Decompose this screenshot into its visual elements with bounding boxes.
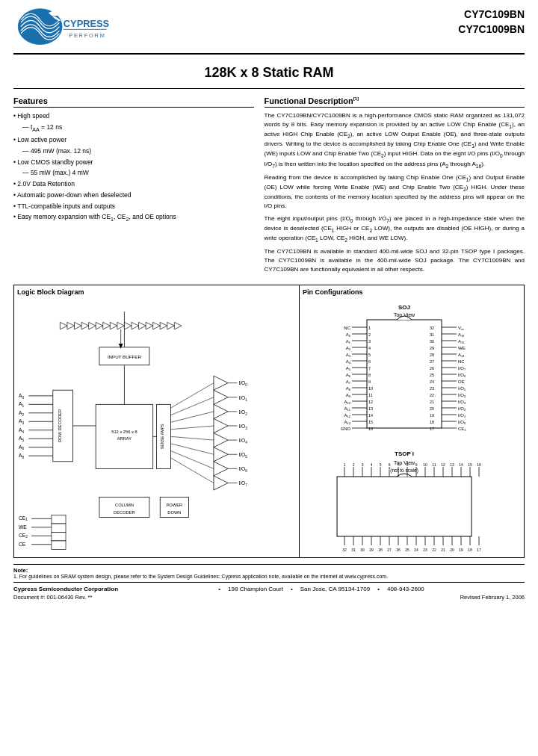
svg-text:A5: A5 — [346, 366, 351, 371]
tsop-note: (not to scale) — [390, 468, 418, 474]
svg-text:32: 32 — [342, 548, 347, 552]
svg-text:21: 21 — [441, 548, 445, 552]
svg-text:15: 15 — [468, 462, 472, 467]
svg-text:32: 32 — [430, 326, 434, 330]
part-number-1: CY7C109BN — [458, 7, 525, 22]
svg-text:A0: A0 — [19, 393, 24, 400]
svg-text:OE: OE — [458, 379, 465, 384]
svg-text:A8: A8 — [346, 386, 351, 391]
svg-text:16: 16 — [477, 462, 481, 467]
svg-text:9: 9 — [368, 379, 371, 384]
part-number-2: CY7C1009BN — [458, 22, 525, 37]
svg-marker-99 — [174, 323, 182, 330]
note-text: 1. For guidelines on SRAM system design,… — [13, 574, 525, 579]
svg-marker-40 — [214, 447, 228, 462]
svg-text:6: 6 — [389, 462, 391, 467]
svg-rect-20 — [53, 390, 73, 462]
svg-text:9: 9 — [415, 462, 418, 467]
svg-text:5: 5 — [380, 462, 382, 467]
svg-text:26: 26 — [430, 366, 434, 371]
svg-text:WE: WE — [458, 346, 466, 350]
svg-text:14: 14 — [368, 413, 373, 418]
svg-text:12: 12 — [368, 400, 373, 404]
svg-text:A13: A13 — [344, 420, 350, 425]
feature-powerdown: Automatic power-down when deselected — [13, 190, 254, 200]
svg-text:SENSE AMPS: SENSE AMPS — [160, 424, 164, 449]
svg-text:I/O1: I/O1 — [238, 395, 247, 402]
svg-text:2: 2 — [353, 462, 355, 467]
svg-text:INPUT BUFFER: INPUT BUFFER — [108, 354, 142, 359]
svg-text:29: 29 — [369, 548, 374, 552]
features-title: Features — [13, 96, 254, 108]
svg-line-58 — [171, 458, 214, 483]
note-label: Note: — [13, 567, 525, 574]
feature-taa: tAA = 12 ns — [13, 123, 254, 134]
main-content: Features High speed tAA = 12 ns Low acti… — [13, 96, 525, 277]
svg-text:13: 13 — [450, 462, 454, 467]
svg-text:A16: A16 — [458, 332, 465, 338]
svg-text:NC: NC — [344, 326, 350, 330]
footer-company: Cypress Semiconductor Corporation — [13, 586, 118, 592]
functional-section: Functional Description[1] The CY7C109BN/… — [265, 96, 525, 277]
logo-area: CYPRESS PERFORM — [13, 7, 111, 49]
svg-marker-89 — [103, 323, 111, 330]
svg-marker-85 — [74, 323, 81, 330]
svg-text:4: 4 — [371, 462, 373, 467]
note-section: Note: 1. For guidelines on SRAM system d… — [13, 564, 525, 579]
svg-text:I/O1: I/O1 — [458, 413, 466, 418]
svg-text:16: 16 — [368, 427, 373, 431]
feature-ttl: TTL-compatible inputs and outputs — [13, 202, 254, 211]
svg-text:17: 17 — [477, 548, 481, 552]
svg-text:30: 30 — [360, 548, 365, 552]
svg-text:2: 2 — [368, 332, 371, 337]
svg-text:15: 15 — [368, 420, 373, 424]
svg-text:18: 18 — [430, 420, 434, 424]
svg-marker-98 — [167, 323, 175, 330]
svg-marker-96 — [153, 323, 161, 330]
svg-text:27: 27 — [387, 548, 392, 552]
svg-text:19: 19 — [459, 548, 463, 552]
svg-text:A8: A8 — [19, 453, 24, 459]
logic-block-title: Logic Block Diagram — [17, 288, 296, 296]
svg-line-55 — [171, 437, 214, 441]
svg-text:I/O7: I/O7 — [238, 481, 247, 488]
svg-rect-79 — [52, 515, 66, 524]
svg-text:PERFORM: PERFORM — [69, 32, 105, 39]
svg-text:WE: WE — [19, 524, 27, 530]
functional-desc: The CY7C109BN/CY7C1009BN is a high-perfo… — [265, 111, 525, 273]
svg-text:CE1: CE1 — [19, 515, 28, 521]
svg-marker-97 — [160, 323, 167, 330]
svg-text:3: 3 — [362, 462, 364, 467]
svg-text:ARRAY: ARRAY — [117, 436, 132, 441]
svg-text:GND: GND — [341, 427, 351, 431]
svg-rect-82 — [52, 541, 66, 549]
svg-text:I/O3: I/O3 — [458, 400, 466, 405]
footer-doc: Document #: 001-06430 Rev. ** — [13, 594, 92, 601]
footer-doc-row: Document #: 001-06430 Rev. ** Revised Fe… — [13, 594, 525, 601]
feature-expansion: Easy memory expansion with CE1, CE2, and… — [13, 212, 254, 223]
svg-text:30: 30 — [430, 339, 434, 344]
svg-text:A6: A6 — [346, 373, 351, 378]
footer-address: 198 Champion Court — [228, 586, 283, 592]
svg-text:28: 28 — [378, 548, 383, 552]
svg-text:A15: A15 — [458, 339, 465, 344]
svg-marker-95 — [146, 323, 153, 330]
svg-text:22: 22 — [430, 393, 434, 397]
svg-text:29: 29 — [430, 346, 434, 350]
svg-text:A3: A3 — [346, 353, 351, 358]
svg-text:11: 11 — [368, 393, 373, 397]
svg-text:25: 25 — [405, 548, 409, 552]
svg-marker-39 — [214, 433, 228, 447]
svg-marker-41 — [214, 462, 228, 476]
svg-text:4: 4 — [368, 346, 371, 350]
feature-high-speed: High speed — [13, 111, 254, 121]
svg-text:I/O5: I/O5 — [238, 452, 247, 459]
svg-rect-199 — [337, 477, 471, 536]
svg-text:A0: A0 — [346, 332, 351, 338]
svg-text:I/O6: I/O6 — [458, 373, 466, 378]
svg-text:A12: A12 — [344, 413, 350, 418]
svg-text:NC: NC — [458, 359, 465, 364]
svg-text:A2: A2 — [19, 410, 24, 417]
svg-text:A6: A6 — [19, 444, 24, 451]
svg-text:ROW DECODER: ROW DECODER — [58, 409, 62, 442]
